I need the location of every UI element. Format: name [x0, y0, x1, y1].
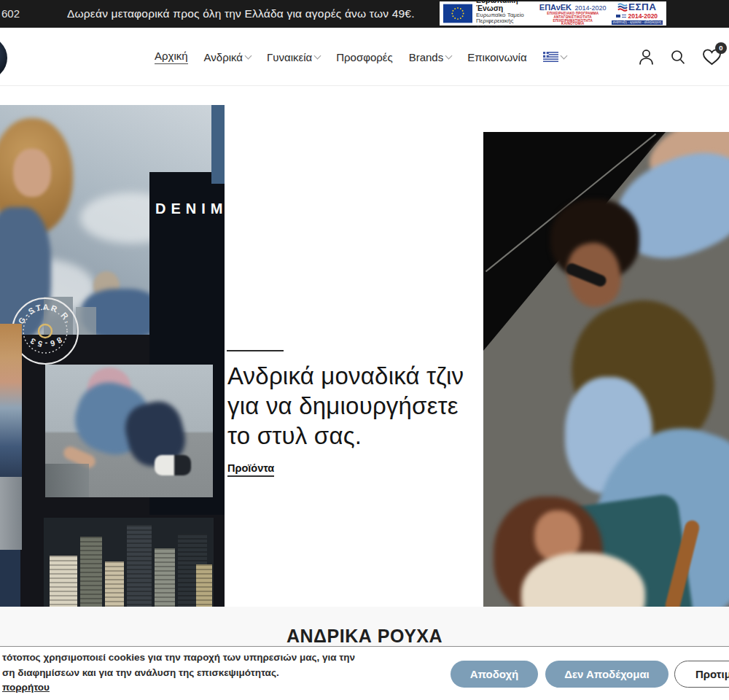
epanek-years: 2014-2020: [575, 4, 607, 12]
nav-item-offers[interactable]: Προσφορές: [336, 51, 392, 63]
nav-item-men[interactable]: Ανδρικά: [204, 51, 251, 63]
photo-left-sliver-building: [0, 477, 22, 550]
nav-item-label: Brands: [409, 51, 444, 63]
greek-flag-icon: [543, 52, 558, 62]
photo-shape: [13, 149, 51, 197]
top-announcement-bar: 602 Δωρεάν μεταφορικά προς όλη την Ελλάδ…: [0, 0, 729, 28]
collage-blue-strip: [211, 105, 225, 184]
phone-number-fragment: 602: [1, 0, 20, 28]
section-title: ΑΝΔΡΙΚΑ ΡΟΥΧΑ: [0, 626, 729, 647]
eu-flag-icon: [443, 4, 472, 23]
hero-overline-rule: [227, 350, 284, 351]
photo-shape: [127, 525, 152, 607]
epanek-title: ΕΠΑνΕΚ: [539, 3, 572, 12]
photo-city-buildings: [44, 518, 214, 607]
epanek-logo: ΕΠΑνΕΚ 2014-2020 ΕΠΙΧΕΙΡΗΣΙΑΚΟ ΠΡΟΓΡΑΜΜΑ…: [539, 1, 607, 26]
photo-left-sliver-jeans: [0, 550, 20, 607]
wishlist-count-badge: 0: [715, 42, 727, 54]
cookie-text-line2: ση διαφημίσεων και για την ανάλυση της ε…: [2, 667, 279, 678]
search-icon: [671, 50, 685, 65]
cookie-decline-button[interactable]: Δεν Αποδέχομαι: [545, 661, 668, 688]
espa-logo: ΕΣΠΑ 2014-2020 ανάπτυξη - εργασία - αλλη…: [612, 2, 663, 25]
espa-mini-gr-flag: [622, 15, 626, 18]
cookie-accept-button[interactable]: Αποδοχή: [451, 661, 538, 688]
hero-text-panel: Ανδρικά μοναδικά τζιν για να δημιουργήσε…: [225, 105, 483, 607]
hero-title-line1: Ανδρικά μοναδικά τζιν: [227, 361, 464, 391]
nav-item-label: Αρχική: [155, 50, 188, 64]
espa-tagline: ανάπτυξη - εργασία - αλληλεγγύη: [612, 20, 663, 26]
store-logo[interactable]: [0, 36, 7, 79]
espa-waves-icon: [617, 2, 628, 12]
nav-item-label: Προσφορές: [336, 51, 392, 63]
hero-section: DENIM G-STAR R. 86-53: [0, 105, 729, 607]
espa-years: 2014-2020: [628, 13, 658, 20]
nav-item-women[interactable]: Γυναικεία: [267, 51, 320, 63]
cookie-preferences-button[interactable]: Προτιμ: [674, 661, 729, 688]
chevron-down-icon: [245, 52, 252, 59]
site-header: Αρχική Ανδρικά Γυναικεία Προσφορές Brand…: [0, 28, 729, 86]
nav-item-label: Γυναικεία: [267, 51, 312, 63]
hero-title: Ανδρικά μοναδικά τζιν για να δημιουργήσε…: [227, 361, 464, 451]
account-button[interactable]: [639, 48, 654, 66]
espa-title: ΕΣΠΑ: [628, 2, 657, 12]
hero-title-line2: για να δημιουργήσετε: [227, 391, 464, 421]
nav-item-home[interactable]: Αρχική: [155, 50, 188, 64]
nav-item-label: Ανδρικά: [204, 51, 243, 63]
hero-right-banner-image[interactable]: [483, 132, 729, 607]
photo-shape: [80, 537, 102, 607]
hero-products-link[interactable]: Προϊόντα: [227, 462, 274, 477]
photo-shape: [155, 548, 175, 607]
free-shipping-text: Δωρεάν μεταφορικά προς όλη την Ελλάδα γι…: [67, 0, 415, 28]
photo-shape: [45, 464, 89, 497]
cookie-text-line1: τότοπος χρησιμοποιεί cookies για την παρ…: [2, 652, 355, 663]
nav-item-brands[interactable]: Brands: [409, 51, 452, 63]
photo-shape: [50, 556, 77, 607]
search-button[interactable]: [671, 50, 685, 65]
photo-shape: [105, 561, 124, 607]
photo-rooftop-model: [45, 365, 213, 497]
nav-item-contact[interactable]: Επικοινωνία: [467, 51, 526, 63]
chevron-down-icon: [314, 52, 321, 59]
eu-banner-text: Ευρωπαϊκή Ένωση Ευρωπαϊκό Ταμείο Περιφερ…: [476, 0, 534, 31]
eu-title: Ευρωπαϊκή Ένωση: [476, 0, 534, 12]
user-icon: [639, 48, 654, 66]
photo-shape: [155, 455, 191, 475]
chevron-down-icon: [445, 52, 453, 59]
cookie-consent-bar: τότοπος χρησιμοποιεί cookies για την παρ…: [0, 646, 729, 700]
espa-eu-funding-banner[interactable]: Ευρωπαϊκή Ένωση Ευρωπαϊκό Ταμείο Περιφερ…: [440, 1, 666, 26]
privacy-policy-link[interactable]: πορρήτου: [2, 682, 50, 693]
chevron-down-icon: [560, 52, 567, 59]
hero-left-banner-image[interactable]: DENIM G-STAR R. 86-53: [0, 105, 225, 607]
photo-shape: [196, 564, 212, 607]
photo-left-sliver-model: [0, 324, 22, 477]
denim-caption: DENIM: [155, 201, 225, 217]
hero-title-line3: το στυλ σας.: [227, 421, 464, 451]
header-icons: 0: [639, 28, 729, 86]
epanek-sub4: ΚΑΙΝΟΤΟΜΙΑ: [539, 23, 607, 26]
espa-mini-eu-flag: [616, 15, 620, 18]
page: 602 Δωρεάν μεταφορικά προς όλη την Ελλάδ…: [0, 0, 729, 700]
main-navigation: Αρχική Ανδρικά Γυναικεία Προσφορές Brand…: [155, 28, 566, 86]
language-selector[interactable]: [543, 52, 566, 62]
wishlist-button[interactable]: 0: [702, 48, 722, 66]
nav-item-label: Επικοινωνία: [467, 51, 526, 63]
